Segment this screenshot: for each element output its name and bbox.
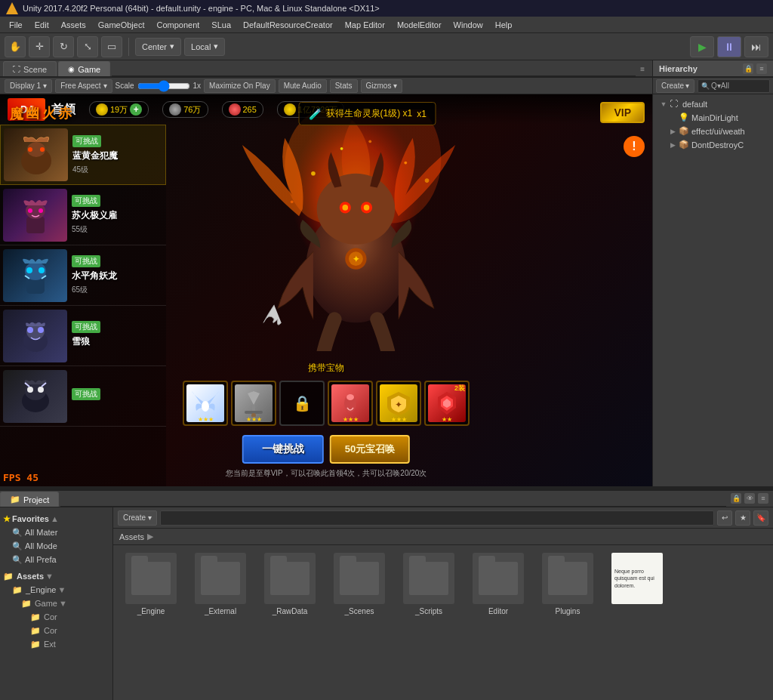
hierarchy-lock-btn[interactable]: 🔒 <box>743 63 753 74</box>
menu-component[interactable]: Component <box>150 19 205 31</box>
hierarchy-toolbar: Create ▾ 🔍 Q▾All <box>653 78 773 94</box>
assets-header[interactable]: 📁 Assets ▼ <box>0 569 112 583</box>
game-canvas: DJ 首领 19万 + 76万 265 <box>0 94 652 486</box>
display-label: Display 1 <box>10 82 41 90</box>
menu-help[interactable]: Help <box>489 19 519 31</box>
summon-button[interactable]: 50元宝召唤 <box>330 435 410 464</box>
slot-5-count: 2装 <box>454 384 465 393</box>
hierarchy-search-all: Q▾All <box>711 82 729 90</box>
proj-search-btn-2[interactable]: ★ <box>735 510 750 526</box>
menu-edit[interactable]: Edit <box>29 19 55 31</box>
project-sidebar: ★ Favorites ▲ 🔍 All Mater 🔍 All Mode 🔍 A… <box>0 507 113 700</box>
step-button[interactable]: ⏭ <box>744 36 768 57</box>
sidebar-all-prefabs[interactable]: 🔍 All Prefa <box>0 553 112 566</box>
menu-mapeditor[interactable]: Map Editor <box>339 19 391 31</box>
scale-control: Scale 1x <box>115 82 202 91</box>
menu-assets[interactable]: Assets <box>55 19 92 31</box>
game-view: Display 1 ▾ Free Aspect ▾ Scale 1x Maxim… <box>0 78 652 486</box>
search-icon: 🔍 <box>701 82 710 90</box>
file-item-0[interactable]: Neque porro quisquam est qui dolorem. <box>607 553 667 615</box>
challenge-button[interactable]: 一键挑战 <box>242 435 324 464</box>
equip-slot-1[interactable]: ★★★ <box>231 381 276 426</box>
tree-item-default[interactable]: ▼ ⛶ default <box>653 97 773 111</box>
tool-scale[interactable]: ⤡ <box>77 36 98 57</box>
project-search-input[interactable] <box>160 510 714 526</box>
tab-scene[interactable]: ⛶ Scene <box>3 61 57 76</box>
display-selector[interactable]: Display 1 ▾ <box>5 79 52 93</box>
scale-slider[interactable] <box>137 82 190 91</box>
sidebar-engine[interactable]: 📁 _Engine ▼ <box>0 583 112 597</box>
proj-search-btn-3[interactable]: 🔖 <box>753 510 768 526</box>
menu-defaultresource[interactable]: DefaultResourceCreator <box>237 19 339 31</box>
tool-rect[interactable]: ▭ <box>101 36 122 57</box>
folder-external[interactable]: _External <box>190 553 251 615</box>
tree-item-maindirlight[interactable]: 💡 MainDirLight <box>653 111 773 125</box>
tool-hand[interactable]: ✋ <box>5 36 26 57</box>
menu-file[interactable]: File <box>3 19 29 31</box>
menu-gameobject[interactable]: GameObject <box>92 19 151 31</box>
breadcrumb-assets[interactable]: Assets <box>119 532 144 541</box>
folder-scenes-icon <box>340 562 379 595</box>
svg-point-10 <box>26 267 32 273</box>
maximize-btn[interactable]: Maximize On Play <box>204 79 276 93</box>
equip-slot-3[interactable]: ★★★ <box>328 381 373 426</box>
favorites-header[interactable]: ★ Favorites ▲ <box>0 512 112 526</box>
folder-editor[interactable]: Editor <box>468 553 528 615</box>
equip-slot-0[interactable]: ★★★ <box>183 381 228 426</box>
folder-rawdata[interactable]: _RawData <box>260 553 320 615</box>
center-dropdown[interactable]: Center ▾ <box>135 38 181 56</box>
view-tabs: ⛶ Scene ◉ Game ≡ <box>0 60 652 77</box>
project-create-btn[interactable]: Create ▾ <box>118 510 157 526</box>
sidebar-game[interactable]: 📁 Game ▼ <box>0 597 112 610</box>
sidebar-all-materials[interactable]: 🔍 All Mater <box>0 526 112 539</box>
equip-slot-2[interactable]: 🔒 <box>279 381 325 426</box>
boss-item-4[interactable]: 可挑战 <box>0 366 166 427</box>
folder-scripts[interactable]: _Scripts <box>399 553 459 615</box>
local-dropdown[interactable]: Local ▾ <box>184 38 225 56</box>
tool-move[interactable]: ✛ <box>29 36 50 57</box>
sidebar-cor2[interactable]: 📁 Cor <box>0 624 112 637</box>
pause-button[interactable]: ⏸ <box>717 36 741 57</box>
project-menu-btn[interactable]: ≡ <box>758 493 768 504</box>
folder-scenes[interactable]: _Scenes <box>329 553 390 615</box>
menu-window[interactable]: Window <box>448 19 489 31</box>
mute-btn[interactable]: Mute Audio <box>279 79 327 93</box>
aspect-selector[interactable]: Free Aspect ▾ <box>55 79 112 93</box>
gizmos-btn[interactable]: Gizmos ▾ <box>361 79 403 93</box>
proj-search-btn-1[interactable]: ↩ <box>717 510 732 526</box>
boss-monster-area: ✦ <box>45 109 652 351</box>
sidebar-ext[interactable]: 📁 Ext <box>0 637 112 651</box>
folder-rawdata-name: _RawData <box>273 607 308 615</box>
project-lock-btn[interactable]: 🔒 <box>731 493 741 504</box>
folder-plugins-name: Plugins <box>556 607 581 615</box>
tool-rotate[interactable]: ↻ <box>53 36 74 57</box>
stats-label: Stats <box>335 82 353 90</box>
tab-project[interactable]: 📁 Project <box>0 492 59 507</box>
title-bar: Unity 2017.4.20f2 Personal (64bit) - def… <box>0 0 773 17</box>
tree-item-effect[interactable]: ▶ 📦 effect/ui/weath <box>653 125 773 138</box>
tab-game[interactable]: ◉ Game <box>58 61 110 76</box>
sidebar-cor1[interactable]: 📁 Cor <box>0 610 112 624</box>
menu-modeleditor[interactable]: ModelEditor <box>391 19 448 31</box>
project-eye-btn[interactable]: 👁 <box>744 493 755 504</box>
menu-slua[interactable]: SLua <box>205 19 237 31</box>
equip-slot-5[interactable]: ★★ 2装 <box>424 381 470 426</box>
fps-display: FPS 45 <box>3 472 38 483</box>
stats-btn[interactable]: Stats <box>330 79 358 93</box>
equip-slot-4[interactable]: ✦ ★★★ <box>376 381 421 426</box>
hierarchy-create-btn[interactable]: Create ▾ <box>656 79 694 93</box>
engine-folder-icon: 📁 <box>12 585 23 595</box>
folder-plugins[interactable]: Plugins <box>537 553 598 615</box>
play-button[interactable]: ▶ <box>690 36 714 57</box>
view-menu-btn[interactable]: ≡ <box>636 62 649 76</box>
svg-point-37 <box>368 140 371 143</box>
lock-icon: 🔒 <box>293 394 312 412</box>
tree-item-dontdestroy[interactable]: ▶ 📦 DontDestroyC <box>653 138 773 152</box>
folder-editor-name: Editor <box>488 607 508 615</box>
hierarchy-search-bar[interactable]: 🔍 Q▾All <box>698 79 770 93</box>
folder-plugins-thumb <box>542 553 593 604</box>
hierarchy-menu-btn[interactable]: ≡ <box>756 63 767 74</box>
local-label: Local <box>191 42 211 51</box>
sidebar-all-models[interactable]: 🔍 All Mode <box>0 539 112 553</box>
folder-engine[interactable]: _Engine <box>121 553 181 615</box>
